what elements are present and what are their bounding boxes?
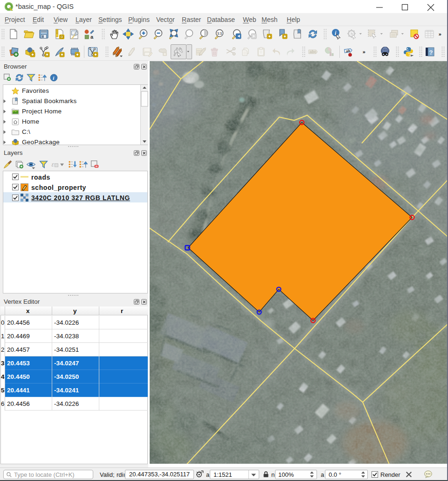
- svg-text:1:1: 1:1: [217, 32, 222, 35]
- svg-text:ε: ε: [52, 161, 55, 168]
- svg-text:»: »: [439, 31, 441, 37]
- svg-text:?: ?: [429, 49, 433, 56]
- svg-text:ab: ab: [346, 49, 351, 53]
- svg-text:abc: abc: [310, 49, 317, 54]
- svg-text:a: a: [90, 34, 94, 40]
- svg-text:»: »: [363, 49, 365, 55]
